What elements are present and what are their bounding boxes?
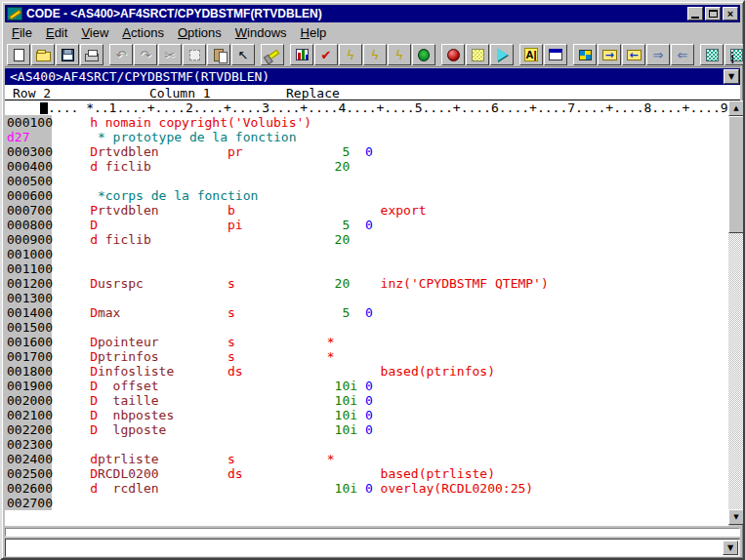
menu-item-windows[interactable]: Windows [228,24,294,41]
source-code-area[interactable]: 000100 h nomain copyright('Volubis')d27 … [5,115,728,526]
display-2-button[interactable]: i [724,44,745,65]
previous-mark-button[interactable]: ⇐ [671,44,694,65]
code-line[interactable]: 002300 [5,437,728,452]
code-line[interactable]: 000500 [5,174,728,188]
save-file-button[interactable] [56,44,79,65]
menu-item-view[interactable]: View [74,24,115,41]
maximize-button[interactable] [705,7,721,20]
previous-file-button[interactable]: ← [622,44,645,65]
compile-options-button[interactable]: ϟ [363,44,387,65]
code-line[interactable]: 001400 Dmax s 5 0 [5,305,728,320]
open-file-button[interactable] [31,44,55,65]
scroll-up-button[interactable]: ▲ [728,100,744,116]
menu-item-options[interactable]: Options [171,24,228,41]
command-dropdown-button[interactable]: ▼ [723,540,738,555]
code-line[interactable]: d27 * prototype de la fonction [5,130,728,144]
verify-button[interactable]: ✔ [314,44,338,65]
scroll-down-button[interactable]: ▼ [728,509,744,525]
toolbar: ↶↷✂↖✔ϟϟϟA|→←⇒⇐i [5,43,740,67]
ruler-text: .... *..1....+....2....+....3....+....4.… [48,100,728,115]
code-line[interactable]: 001600 Dpointeur s * [5,335,728,349]
next-file-button[interactable]: → [598,44,621,65]
code-line[interactable]: 000100 h nomain copyright('Volubis') [5,115,728,130]
code-line[interactable]: 000300 Drtvdblen pr 5 0 [5,144,728,159]
menu-item-file[interactable]: File [5,24,39,41]
undo-button[interactable]: ↶ [109,44,133,65]
prompt-button[interactable]: A| [519,44,543,65]
code-text: * prototype de la fonction [52,130,296,144]
line-number: 000400 [5,159,52,174]
copy-button[interactable] [183,44,206,65]
program-monitor-icon [296,49,309,60]
print-icon [85,54,99,61]
code-line[interactable]: 002600 d rcdlen 10i 0 overlay(RCDL0200:2… [5,481,728,496]
code-line[interactable]: 001900 D offset 10i 0 [5,379,728,393]
menu-item-help[interactable]: Help [294,24,334,41]
compile-button[interactable]: ϟ [339,44,362,65]
find-button[interactable] [261,44,284,65]
next-mark-button[interactable]: ⇒ [646,44,670,65]
print-button[interactable] [80,44,103,65]
debug-button[interactable] [412,44,435,65]
code-line[interactable]: 001300 [5,291,728,305]
record-button[interactable] [441,44,465,65]
vertical-scrollbar[interactable]: ▲ ▼ [728,100,744,525]
code-line[interactable]: 002100 D nbpostes 10i 0 [5,408,728,422]
code-text: ficlib [98,159,151,174]
line-number: 000900 [5,232,52,247]
line-number: 001800 [5,364,52,379]
command-input[interactable] [7,540,722,555]
menu-item-edit[interactable]: Edit [39,24,74,41]
code-line[interactable]: 002000 D taille 10i 0 [5,393,728,408]
code-text: rcdlen [98,481,159,496]
code-line[interactable]: 002400 dptrliste s * [5,452,728,466]
code-line[interactable]: 000600 *corps de la fonction [5,188,728,203]
scrollbar-thumb[interactable] [728,116,744,233]
code-text: pointeur [98,335,159,349]
code-line[interactable]: 000800 D pi 5 0 [5,218,728,232]
program-monitor-button[interactable] [290,44,313,65]
tile-windows-button[interactable] [573,44,597,65]
code-line[interactable]: 002200 D lgposte 10i 0 [5,422,728,437]
code-line[interactable]: 000900 d ficlib 20 [5,232,728,247]
display-1-button[interactable] [700,44,724,65]
previous-file-icon: ← [627,50,642,60]
code-line[interactable]: 001500 [5,320,728,335]
new-file-button[interactable] [7,44,30,65]
document-title: <AS400>AF4SRCT/CPYDBSTMF(RTVDBLEN) [10,69,269,84]
code-line[interactable]: 000700 Prtvdblen b export [5,203,728,218]
cut-button[interactable]: ✂ [158,44,182,65]
run-button[interactable] [490,44,514,65]
minimize-button[interactable] [687,7,703,20]
find-icon [266,49,279,60]
code-line[interactable]: 001000 [5,247,728,261]
close-button[interactable]: × [723,7,738,20]
code-line[interactable]: 001800 Dinfosliste ds based(ptrinfos) [5,364,728,379]
redo-button[interactable]: ↷ [134,44,157,65]
halt-button[interactable] [466,44,489,65]
line-number: 002000 [5,393,52,408]
document-dropdown-button[interactable]: ▼ [724,69,739,84]
select-pointer-button[interactable]: ↖ [231,44,255,65]
code-text: offset [98,379,159,393]
code-text: usrspc [98,276,144,291]
code-line[interactable]: 002500 DRCDL0200 ds based(ptrliste) [5,466,728,481]
code-line[interactable]: 001200 Dusrspc s 20 inz('CPYDBSTMF QTEMP… [5,276,728,291]
compile-last-button[interactable]: ϟ [388,44,411,65]
code-text: 20 [235,276,350,291]
code-line[interactable]: 001100 [5,261,728,276]
insert-mode-indicator: Replace [286,86,340,100]
line-number: 000800 [5,218,52,232]
code-text: ds [159,466,243,481]
menu-item-actions[interactable]: Actions [115,24,171,41]
code-line[interactable]: 000400 d ficlib 20 [5,159,728,174]
code-line[interactable]: 002700 [5,496,728,510]
code-text: max [98,305,120,320]
code-line[interactable]: 001700 Dptrinfos s * [5,349,728,364]
prompt-icon: A| [524,48,538,61]
code-text: 10i [159,379,358,393]
paste-button[interactable] [207,44,230,65]
window-list-button[interactable] [544,44,567,65]
code-text: 20 [151,159,351,174]
code-text: rtvdblen [98,144,159,159]
